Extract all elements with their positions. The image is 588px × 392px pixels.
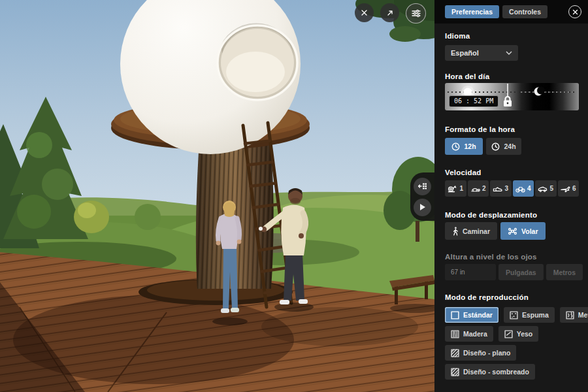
format-24h-button[interactable]: 24h	[486, 138, 521, 155]
plane-icon	[561, 185, 570, 193]
mode-diseno-plano-button[interactable]: Diseño - plano	[445, 345, 516, 361]
mode-diseno-plano-text: Diseño - plano	[463, 349, 510, 357]
clock-icon	[491, 142, 500, 151]
speed-6-button[interactable]: 6	[558, 180, 580, 197]
speed-6-text: 6	[572, 185, 576, 192]
filters-icon	[412, 9, 421, 18]
time-of-day-slider[interactable]: 06 : 52 PM	[445, 83, 579, 110]
expand-view-button[interactable]	[380, 3, 399, 22]
application-window: Preferencias Controles Idioma Español Ho…	[0, 0, 588, 392]
speed-1-button[interactable]: 1	[445, 180, 466, 197]
tab-preferencias[interactable]: Preferencias	[445, 5, 499, 18]
viewport-toolbar	[355, 3, 426, 24]
render-mode-label: Modo de reproducción	[445, 293, 579, 301]
render-settings-button[interactable]	[406, 3, 426, 24]
panel-body: Idioma Español Hora del día	[434, 24, 588, 392]
mode-metal-text: Metal	[578, 311, 588, 319]
mode-yeso-text: Yeso	[517, 330, 533, 338]
speed-2-text: 2	[482, 185, 486, 192]
format-24h-text: 24h	[504, 142, 515, 150]
close-panel-button[interactable]	[568, 5, 581, 18]
wood-texture-icon	[451, 330, 459, 338]
plaster-texture-icon	[504, 330, 513, 338]
language-label: Idioma	[445, 32, 579, 40]
format-12h-button[interactable]: 12h	[445, 138, 483, 155]
mode-diseno-sombreado-text: Diseño - sombreado	[463, 368, 529, 376]
close-icon	[572, 9, 578, 15]
expand-icon	[386, 9, 394, 17]
panel-tabbar: Preferencias Controles	[434, 0, 588, 24]
mode-espuma-button[interactable]: Espuma	[504, 307, 555, 323]
language-select[interactable]: Español	[445, 45, 518, 61]
standard-square-icon	[451, 311, 459, 319]
collapse-panel-button[interactable]	[414, 178, 431, 195]
mode-estandar-text: Estándar	[463, 311, 493, 319]
close-view-button[interactable]	[355, 3, 374, 22]
metal-texture-icon	[566, 311, 574, 319]
time-value[interactable]: 06 : 52 PM	[449, 95, 498, 107]
settings-panel: Preferencias Controles Idioma Español Ho…	[434, 0, 588, 392]
speed-4-button[interactable]: 4	[513, 180, 534, 197]
speed-4-text: 4	[527, 185, 531, 192]
hatch-shaded-icon	[451, 368, 459, 376]
mode-madera-text: Madera	[463, 330, 487, 338]
collapse-panel-icon	[417, 182, 427, 190]
speed-5-button[interactable]: 5	[535, 180, 557, 197]
turtle-icon	[470, 185, 480, 193]
mode-yeso-button[interactable]: Yeso	[498, 326, 539, 342]
drone-icon	[508, 227, 517, 235]
speed-label: Velocidad	[445, 169, 579, 176]
inches-button[interactable]: Pulgadas	[498, 264, 544, 280]
walk-mode-button[interactable]: Caminar	[445, 222, 497, 240]
speed-2-button[interactable]: 2	[468, 180, 489, 197]
car-icon	[538, 185, 547, 193]
play-icon	[419, 203, 426, 211]
eye-height-input[interactable]	[445, 264, 496, 280]
mode-espuma-text: Espuma	[522, 311, 549, 319]
play-button[interactable]	[414, 199, 431, 216]
meters-button[interactable]: Metros	[546, 264, 583, 280]
speed-3-text: 3	[504, 185, 508, 192]
walk-mode-text: Caminar	[463, 227, 490, 235]
hatch-flat-icon	[451, 349, 459, 357]
speed-5-text: 5	[549, 185, 553, 192]
shoe-icon	[493, 185, 502, 193]
mode-metal-button[interactable]: Metal	[560, 307, 588, 323]
lock-marker[interactable]	[504, 84, 512, 106]
bicycle-icon	[515, 185, 525, 193]
moon-icon	[534, 87, 546, 96]
walk-icon	[452, 227, 459, 236]
mode-estandar-button[interactable]: Estándar	[445, 307, 498, 323]
close-icon	[361, 9, 368, 16]
panel-side-widget	[410, 172, 434, 221]
speed-1-text: 1	[459, 185, 463, 192]
movement-mode-label: Modo de desplazamiento	[445, 211, 579, 219]
tab-controles[interactable]: Controles	[502, 5, 547, 18]
viewport-3d[interactable]	[0, 0, 434, 392]
format-12h-text: 12h	[464, 142, 476, 150]
mode-diseno-sombreado-button[interactable]: Diseño - sombreado	[445, 364, 535, 380]
speed-options: 1 2 3 4 5	[445, 180, 579, 197]
eye-height-label: Altura a nivel de los ojos	[445, 253, 579, 261]
time-of-day-label: Hora del día	[445, 73, 579, 80]
snail-icon	[448, 185, 457, 193]
foam-texture-icon	[510, 311, 518, 319]
fly-mode-text: Volar	[521, 227, 538, 235]
clock-icon	[451, 142, 460, 151]
language-value: Español	[451, 49, 479, 57]
fly-mode-button[interactable]: Volar	[500, 222, 545, 240]
mode-madera-button[interactable]: Madera	[445, 326, 493, 342]
time-format-label: Formato de la hora	[445, 125, 579, 133]
render-scene	[0, 0, 434, 392]
chevron-down-icon	[506, 51, 512, 55]
speed-3-button[interactable]: 3	[490, 180, 512, 197]
